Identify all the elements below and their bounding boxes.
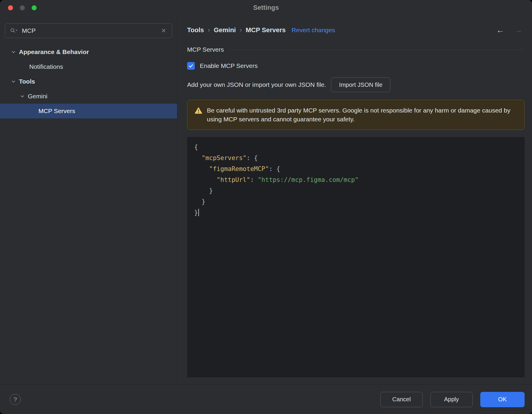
chevron-down-icon[interactable] bbox=[11, 79, 16, 84]
window-title: Settings bbox=[0, 4, 532, 12]
search-input[interactable] bbox=[22, 27, 160, 34]
sidebar-item-label: MCP Servers bbox=[38, 107, 75, 115]
sidebar-item-tools[interactable]: Tools bbox=[0, 74, 177, 89]
breadcrumb-mcp-servers: MCP Servers bbox=[246, 26, 286, 34]
chevron-down-icon[interactable] bbox=[11, 49, 16, 55]
dialog-footer: ? Cancel Apply OK bbox=[0, 384, 532, 414]
warning-banner: Be careful with untrusted 3rd party MCP … bbox=[187, 100, 525, 130]
warning-icon bbox=[194, 107, 202, 114]
sidebar-item-notifications[interactable]: Notifications bbox=[0, 59, 177, 74]
mcp-servers-section-header: MCP Servers bbox=[187, 46, 525, 53]
code-line: } bbox=[194, 185, 525, 196]
section-title: MCP Servers bbox=[187, 46, 224, 53]
code-line: } bbox=[194, 196, 525, 207]
ok-button[interactable]: OK bbox=[480, 392, 525, 407]
code-line: "figmaRemoteMCP": { bbox=[194, 164, 525, 175]
settings-tree: Appearance & Behavior Notifications Tool… bbox=[0, 45, 177, 118]
warning-text: Be careful with untrusted 3rd party MCP … bbox=[207, 106, 517, 124]
forward-arrow-icon: → bbox=[514, 26, 522, 34]
help-icon[interactable]: ? bbox=[10, 394, 21, 405]
titlebar: Settings bbox=[0, 0, 532, 15]
enable-mcp-servers-label: Enable MCP Servers bbox=[200, 62, 258, 69]
breadcrumb-separator: › bbox=[240, 26, 242, 34]
code-line: "mcpServers": { bbox=[194, 153, 525, 164]
code-line: } bbox=[194, 207, 525, 218]
settings-sidebar: ✕ Appearance & Behavior Notifications To bbox=[0, 15, 177, 384]
sidebar-item-appearance-behavior[interactable]: Appearance & Behavior bbox=[0, 45, 177, 59]
sidebar-item-label: Gemini bbox=[28, 93, 48, 100]
revert-changes-link[interactable]: Revert changes bbox=[292, 27, 335, 34]
apply-button[interactable]: Apply bbox=[430, 392, 473, 407]
settings-window: Settings ✕ bbox=[0, 0, 532, 414]
search-icon bbox=[10, 27, 18, 34]
clear-search-icon[interactable]: ✕ bbox=[160, 27, 167, 35]
chevron-down-icon[interactable] bbox=[20, 94, 25, 99]
sidebar-item-label: Appearance & Behavior bbox=[19, 48, 89, 56]
sidebar-item-label: Tools bbox=[19, 78, 35, 85]
code-line: { bbox=[194, 142, 525, 153]
import-json-file-button[interactable]: Import JSON file bbox=[331, 77, 390, 92]
mcp-json-editor[interactable]: { "mcpServers": { "figmaRemoteMCP": { "h… bbox=[187, 137, 525, 377]
sidebar-item-mcp-servers[interactable]: MCP Servers bbox=[0, 104, 177, 118]
text-cursor bbox=[198, 209, 199, 216]
code-line: "httpUrl": "https://mcp.figma.com/mcp" bbox=[194, 175, 525, 185]
breadcrumb: Tools › Gemini › MCP Servers Revert chan… bbox=[187, 25, 525, 35]
breadcrumb-gemini[interactable]: Gemini bbox=[214, 26, 236, 34]
cancel-button[interactable]: Cancel bbox=[380, 392, 423, 407]
settings-search-box[interactable]: ✕ bbox=[5, 23, 172, 38]
sidebar-item-label: Notifications bbox=[29, 63, 63, 70]
checkmark-icon bbox=[188, 63, 194, 69]
section-divider bbox=[228, 50, 525, 50]
back-arrow-icon[interactable]: ← bbox=[496, 26, 504, 34]
import-json-row: Add your own JSON or import your own JSO… bbox=[187, 77, 525, 92]
enable-mcp-servers-checkbox[interactable] bbox=[187, 62, 195, 70]
breadcrumb-tools[interactable]: Tools bbox=[187, 26, 204, 34]
enable-mcp-servers-row: Enable MCP Servers bbox=[187, 62, 525, 70]
import-json-text: Add your own JSON or import your own JSO… bbox=[187, 81, 326, 88]
sidebar-item-gemini[interactable]: Gemini bbox=[0, 89, 177, 104]
settings-content: Tools › Gemini › MCP Servers Revert chan… bbox=[177, 15, 532, 384]
breadcrumb-separator: › bbox=[208, 26, 210, 34]
